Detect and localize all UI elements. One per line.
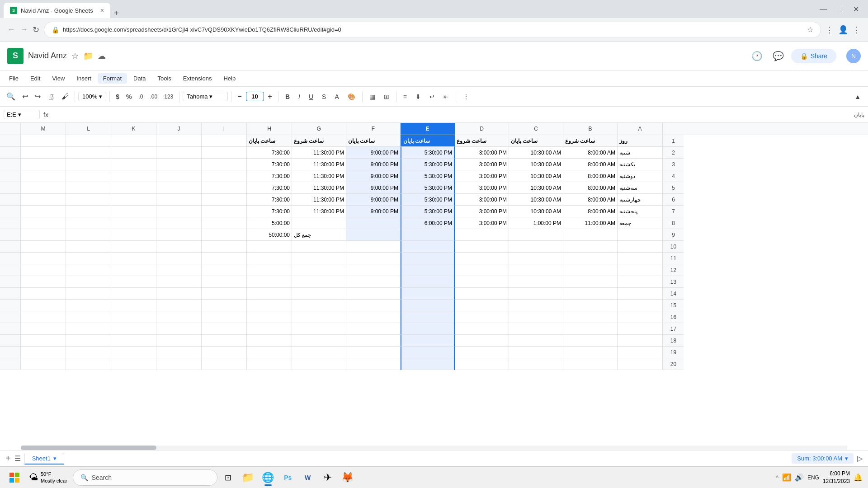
grid-cell[interactable]	[21, 300, 66, 311]
cell-I9[interactable]	[202, 229, 247, 241]
grid-cell[interactable]	[156, 323, 202, 335]
grid-cell[interactable]	[156, 253, 202, 264]
grid-cell[interactable]	[563, 264, 618, 276]
grid-cell[interactable]	[618, 358, 663, 370]
cell-D4[interactable]: 3:00:00 PM	[455, 170, 509, 182]
currency-btn[interactable]: $	[113, 91, 122, 102]
cell-C4[interactable]: 10:30:00 AM	[509, 170, 563, 182]
grid-cell[interactable]	[21, 253, 66, 264]
cell-H1[interactable]: ساعت پایان	[247, 135, 292, 147]
grid-cell[interactable]	[247, 288, 292, 300]
grid-cell[interactable]	[21, 358, 66, 370]
cell-I7[interactable]	[202, 206, 247, 217]
cell-M6[interactable]	[21, 194, 66, 206]
grid-cell[interactable]	[202, 335, 247, 347]
col-header-C[interactable]: C	[509, 123, 563, 135]
cell-E9[interactable]	[401, 229, 455, 241]
grid-cell[interactable]	[66, 323, 111, 335]
grid-cell[interactable]	[509, 347, 563, 358]
redo-btn[interactable]: ↪	[32, 90, 43, 103]
cell-K5[interactable]	[111, 182, 156, 194]
grid-cell[interactable]	[111, 253, 156, 264]
browser-tab[interactable]: S Navid Amz - Google Sheets ×	[4, 3, 110, 18]
grid-cell[interactable]	[247, 253, 292, 264]
cell-I6[interactable]	[202, 194, 247, 206]
col-header-E[interactable]: E	[401, 123, 455, 135]
grid-cell[interactable]	[401, 347, 455, 358]
decimal-decrease-btn[interactable]: .0	[136, 92, 146, 102]
col-header-I[interactable]: I	[202, 123, 247, 135]
grid-cell[interactable]	[346, 335, 401, 347]
expand-btn[interactable]: ▷	[857, 454, 863, 463]
col-header-J[interactable]: J	[156, 123, 202, 135]
cell-K1[interactable]	[111, 135, 156, 147]
cell-G5[interactable]: 11:30:00 PM	[292, 182, 346, 194]
cell-D3[interactable]: 3:00:00 PM	[455, 159, 509, 170]
cell-C8[interactable]: 1:00:00 PM	[509, 217, 563, 229]
grid-cell[interactable]	[111, 323, 156, 335]
menu-insert[interactable]: Insert	[71, 73, 97, 84]
grid-cell[interactable]	[455, 311, 509, 323]
grid-cell[interactable]	[455, 358, 509, 370]
grid-cell[interactable]	[618, 311, 663, 323]
grid-cell[interactable]	[618, 253, 663, 264]
col-header-M[interactable]: M	[21, 123, 66, 135]
grid-cell[interactable]	[509, 288, 563, 300]
cell-A7[interactable]: پنجشنبه	[618, 206, 663, 217]
cell-B8[interactable]: 11:00:00 AM	[563, 217, 618, 229]
grid-cell[interactable]	[401, 323, 455, 335]
grid-cell[interactable]	[455, 241, 509, 253]
grid-cell[interactable]	[563, 253, 618, 264]
grid-cell[interactable]	[346, 311, 401, 323]
grid-cell[interactable]	[563, 300, 618, 311]
cell-H9[interactable]: 50:00:00	[247, 229, 292, 241]
cell-E4[interactable]: 5:30:00 PM	[401, 170, 455, 182]
cell-B3[interactable]: 8:00:00 AM	[563, 159, 618, 170]
menu-format[interactable]: Format	[98, 73, 127, 84]
menu-extensions[interactable]: Extensions	[178, 73, 217, 84]
text-color-btn[interactable]: A	[331, 91, 342, 102]
cell-M1[interactable]	[21, 135, 66, 147]
grid-cell[interactable]	[21, 347, 66, 358]
more-icon[interactable]: ⋮	[853, 25, 861, 35]
font-name-selector[interactable]: Tahoma ▾	[183, 92, 228, 101]
cell-C2[interactable]: 10:30:00 AM	[509, 147, 563, 159]
cell-K6[interactable]	[111, 194, 156, 206]
grid-cell[interactable]	[509, 264, 563, 276]
grid-cell[interactable]	[455, 276, 509, 288]
grid-cell[interactable]	[156, 358, 202, 370]
grid-cell[interactable]	[346, 288, 401, 300]
cell-B7[interactable]: 8:00:00 AM	[563, 206, 618, 217]
col-header-F[interactable]: F	[346, 123, 401, 135]
col-header-G[interactable]: G	[292, 123, 346, 135]
cell-M4[interactable]	[21, 170, 66, 182]
grid-cell[interactable]	[111, 264, 156, 276]
folder-icon[interactable]: 📁	[83, 51, 93, 61]
grid-cell[interactable]	[618, 335, 663, 347]
cell-F8[interactable]	[346, 217, 401, 229]
grid-cell[interactable]	[292, 347, 346, 358]
cell-C6[interactable]: 10:30:00 AM	[509, 194, 563, 206]
extensions-icon[interactable]: ⋮	[826, 25, 834, 35]
collapse-toolbar-btn[interactable]: ▲	[851, 91, 864, 102]
grid-cell[interactable]	[346, 253, 401, 264]
cell-F4[interactable]: 9:00:00 PM	[346, 170, 401, 182]
font-size-box[interactable]: 10	[246, 92, 264, 101]
grid-cell[interactable]	[21, 264, 66, 276]
cell-E8[interactable]: 6:00:00 PM	[401, 217, 455, 229]
cell-L5[interactable]	[66, 182, 111, 194]
cell-D5[interactable]: 3:00:00 PM	[455, 182, 509, 194]
paint-format-btn[interactable]: 🖌	[59, 91, 71, 103]
cell-J5[interactable]	[156, 182, 202, 194]
taskbar-file-explorer[interactable]: 📁	[239, 469, 257, 487]
cell-A2[interactable]: شنبه	[618, 147, 663, 159]
cell-G7[interactable]: 11:30:00 PM	[292, 206, 346, 217]
grid-cell[interactable]	[455, 264, 509, 276]
grid-cell[interactable]	[292, 253, 346, 264]
cell-I5[interactable]	[202, 182, 247, 194]
grid-cell[interactable]	[401, 253, 455, 264]
language-indicator[interactable]: ENG	[807, 474, 819, 481]
cell-D6[interactable]: 3:00:00 PM	[455, 194, 509, 206]
grid-cell[interactable]	[247, 311, 292, 323]
cell-F3[interactable]: 9:00:00 PM	[346, 159, 401, 170]
